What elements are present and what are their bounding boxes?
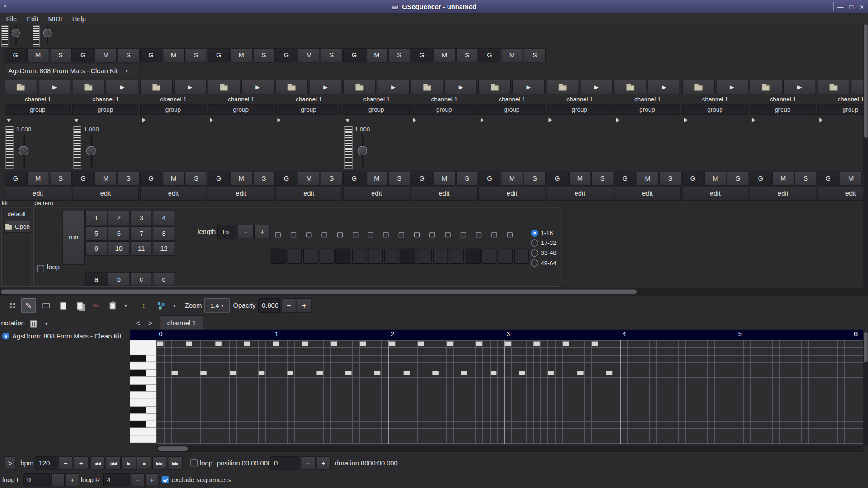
play-channel-button[interactable]: ▶ [716, 80, 748, 94]
open-sample-button[interactable] [682, 80, 714, 94]
tools-button[interactable] [153, 298, 168, 313]
slider-knob-icon[interactable] [19, 146, 28, 155]
machine-selector[interactable]: AgsDrum: 808 From Mars - Clean Kit ▾ [5, 64, 140, 78]
gms-m-button[interactable]: M [95, 172, 117, 186]
white-key[interactable] [130, 362, 157, 370]
collapse-arrow-icon[interactable] [75, 119, 79, 122]
close-button[interactable]: × [857, 2, 867, 12]
open-sample-button[interactable] [817, 80, 850, 94]
paste-menu-button[interactable]: ▾ [121, 298, 130, 313]
pattern-loop-checkbox[interactable] [37, 265, 44, 272]
drum-note[interactable] [534, 342, 540, 346]
gms-g-button[interactable]: G [208, 48, 230, 63]
pattern-cell[interactable] [417, 249, 432, 264]
transport-rewind-button[interactable]: ◀◀ [90, 456, 105, 469]
gms-m-button[interactable]: M [230, 172, 252, 186]
opacity-minus-button[interactable]: − [281, 298, 296, 313]
run-button[interactable]: run [62, 210, 85, 265]
pattern-index-button[interactable]: 3 [130, 211, 152, 225]
loop-r-input[interactable]: 4 [103, 473, 130, 486]
scrollbar-thumb[interactable] [158, 446, 188, 451]
pattern-cell[interactable] [498, 249, 513, 264]
expand-arrow-icon[interactable] [684, 118, 687, 122]
gms-s-button[interactable]: S [388, 172, 410, 186]
bank-button-c[interactable]: c [130, 272, 152, 286]
edit-button[interactable]: edit [208, 187, 274, 201]
collapse-arrow-icon[interactable] [345, 119, 350, 122]
cut-button[interactable]: ✂ [89, 298, 104, 313]
pattern-index-button[interactable]: 10 [108, 241, 130, 256]
gms-s-button[interactable]: S [727, 172, 749, 186]
transport-next-button[interactable]: ▶▶| [152, 456, 167, 469]
white-key[interactable] [130, 377, 157, 384]
opacity-input[interactable]: 0.800 [258, 298, 280, 313]
menu-file[interactable]: File [1, 13, 22, 24]
gms-m-button[interactable]: M [501, 172, 523, 186]
group-button[interactable]: group [411, 104, 477, 115]
gms-m-button[interactable]: M [95, 48, 117, 63]
loop-l-plus-button[interactable]: + [65, 473, 79, 486]
pattern-pad[interactable] [306, 232, 311, 237]
gms-m-button[interactable]: M [162, 172, 184, 186]
titlebar[interactable]: ▾ GSequencer - unnamed — □ × [0, 0, 868, 13]
pattern-index-button[interactable]: 2 [108, 211, 130, 225]
gms-s-button[interactable]: S [659, 172, 681, 186]
group-button[interactable]: group [750, 104, 816, 115]
gms-m-button[interactable]: M [840, 172, 862, 186]
pattern-index-button[interactable]: 12 [153, 241, 175, 256]
bank-button-a[interactable]: a [85, 272, 108, 286]
pattern-cell[interactable] [352, 249, 367, 264]
drum-note[interactable] [519, 371, 525, 375]
pattern-pad[interactable] [429, 232, 435, 237]
pattern-cell[interactable] [271, 249, 286, 264]
gms-s-button[interactable]: S [524, 172, 546, 186]
edit-button[interactable]: edit [478, 187, 545, 201]
gms-g-button[interactable]: G [614, 172, 636, 186]
pattern-pad[interactable] [476, 232, 481, 237]
slider-knob-icon[interactable] [86, 146, 96, 155]
pattern-cell[interactable] [465, 249, 480, 264]
gms-s-button[interactable]: S [524, 48, 546, 63]
scrollbar-thumb[interactable] [864, 24, 867, 138]
menu-edit[interactable]: Edit [22, 13, 43, 24]
play-channel-button[interactable]: ▶ [648, 80, 680, 94]
drum-note[interactable] [461, 371, 467, 375]
gms-s-button[interactable]: S [118, 48, 140, 63]
edit-button[interactable]: edit [411, 187, 478, 201]
gms-m-button[interactable]: M [298, 48, 320, 63]
drum-note[interactable] [288, 371, 293, 375]
pattern-pad[interactable] [368, 232, 373, 237]
gms-s-button[interactable]: S [388, 48, 410, 63]
gms-g-button[interactable]: G [72, 172, 94, 186]
pattern-index-button[interactable]: 6 [108, 226, 130, 240]
gms-g-button[interactable]: G [140, 172, 162, 186]
bank-button-b[interactable]: b [108, 272, 130, 286]
gms-m-button[interactable]: M [704, 172, 726, 186]
expand-arrow-icon[interactable] [413, 118, 416, 122]
drum-note[interactable] [418, 342, 424, 346]
group-button[interactable]: group [5, 104, 71, 115]
drum-note[interactable] [403, 371, 409, 375]
pattern-cell[interactable] [368, 249, 383, 264]
pattern-cell[interactable] [287, 249, 302, 264]
pattern-index-button[interactable]: 8 [153, 226, 175, 240]
notation-menu-button[interactable]: ▾ [42, 318, 51, 329]
gms-s-button[interactable]: S [456, 172, 478, 186]
drum-note[interactable] [201, 371, 207, 375]
drum-note[interactable] [476, 342, 481, 346]
gms-g-button[interactable]: G [72, 48, 94, 63]
drum-note[interactable] [548, 371, 554, 375]
open-sample-button[interactable] [140, 80, 172, 94]
offset-option[interactable]: 33-48 [531, 249, 556, 258]
edit-button[interactable]: edit [614, 187, 681, 201]
gms-m-button[interactable]: M [298, 172, 320, 186]
gms-g-button[interactable]: G [343, 48, 365, 63]
drum-note[interactable] [215, 342, 221, 346]
drum-note[interactable] [230, 371, 236, 375]
volume-slider[interactable] [18, 133, 30, 169]
pattern-pad[interactable] [491, 232, 497, 237]
expand-arrow-icon[interactable] [548, 118, 552, 122]
transport-stop-button[interactable]: ■ [137, 456, 151, 469]
white-key[interactable] [130, 399, 157, 406]
drum-note[interactable] [259, 371, 264, 375]
